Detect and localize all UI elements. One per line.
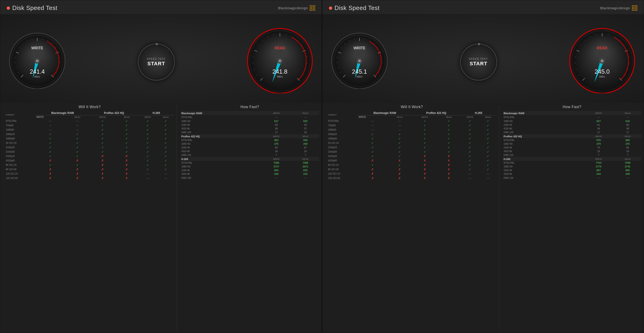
value-cell: — [36,128,65,132]
group-name: H.265 [180,157,261,161]
how-fast-row: NTSC/PAL—— [503,115,642,119]
value-cell: ✓ [480,136,497,141]
value-cell: ✓ [90,119,115,123]
sub-col-header-3: READ [115,115,138,119]
value-cell: ✗ [387,167,412,172]
how-fast-table: Blackmagic RAWWRITEREADNTSC/PAL——1080 HD… [503,111,642,180]
value-cell: ✓ [90,132,115,136]
format-cell: 6480 12K [180,176,261,180]
value-cell: ✓ [115,119,138,123]
value-cell: ✓ [358,163,387,167]
value-cell: ✗ [412,172,438,176]
value-cell: ✗ [90,154,115,158]
write-value: 38 [584,127,614,130]
value-cell: ✗ [115,172,138,176]
value-cell: ✗ [115,167,138,172]
value-cell: ✗ [90,172,115,176]
value-cell: ✓ [115,145,138,150]
how-fast-row: NTSC/PAL978965 [503,138,642,142]
value-cell: ✓ [460,128,480,132]
start-button[interactable]: SPEED TEST START [138,44,175,81]
value-cell: ✗ [65,167,90,172]
group-header-row: ProRes 422 HQWRITEREAD [180,134,319,138]
read-col-header: READ [292,111,319,115]
group-header-prores-422-hq: ProRes 422 HQ [412,111,460,115]
value-cell: ✗ [358,176,387,180]
brand-logo: Blackmagicdesign [600,5,637,11]
value-cell: ✓ [90,123,115,128]
value-cell: ✓ [480,123,497,128]
value-cell: ✓ [138,136,157,141]
write-value: 2779 [584,165,614,168]
value-cell: ✓ [480,154,497,158]
format-cell: 4320p25 [5,154,36,158]
value-cell: ✓ [387,141,412,145]
value-cell: ✓ [115,141,138,145]
read-col-header: READ [614,134,642,138]
value-cell: ✗ [412,176,438,180]
table-row: 1080i60——✓✓✓✓ [327,128,497,132]
panel-header: Disk Speed Test Blackmagicdesign [322,0,644,15]
value-cell: ✓ [387,136,412,141]
value-cell: ✓ [480,119,497,123]
value-cell: ✓ [36,136,65,141]
how-fast-row: 4320 8K3837 [180,127,319,130]
read-value: 59 [292,123,319,127]
value-cell: ✓ [138,141,157,145]
how-fast-row: 4320 8K1616 [503,149,642,153]
how-fast-row: 1080 HD27792741 [503,165,642,168]
start-button[interactable]: SPEED TEST START [460,44,497,81]
value-cell: ✓ [460,141,480,145]
brand-square-2 [635,5,637,8]
value-cell: ✓ [138,128,157,132]
value-cell: ✓ [412,119,438,123]
value-cell: — [460,172,480,176]
value-cell: ✓ [157,123,174,128]
format-cell: 12K DCI 24 [5,172,36,176]
group-header-blackmagic-raw: Blackmagic RAW [358,111,412,115]
format-cell: 1080 HD [503,119,584,123]
how-fast-title: How Fast? [180,105,319,109]
value-cell: ✗ [358,172,387,176]
table-row: 4320p60✗✗✗✗✓✓ [327,158,497,163]
value-cell: ✓ [460,119,480,123]
brand-squares [310,5,315,11]
value-cell: ✓ [358,150,387,154]
value-cell: ✓ [65,132,90,136]
value-cell: ✓ [480,158,497,163]
value-cell: ✗ [412,158,438,163]
value-cell: ✓ [480,132,497,136]
value-cell: ✓ [157,119,174,123]
read-value: 67 [292,146,319,149]
format-cell: 4320 8K [503,149,584,153]
value-cell: ✓ [460,167,480,172]
value-cell: ✓ [412,136,438,141]
write-gauge [330,29,390,89]
write-value: 2737 [261,165,292,168]
value-cell: ✓ [138,167,157,172]
close-button[interactable] [7,7,10,10]
write-value: 7588 [261,161,292,165]
format-cell: 1080p60 [327,136,358,141]
value-cell: ✓ [36,145,65,150]
group-header-blackmagic-raw: Blackmagic RAW [36,111,90,115]
value-cell: ✓ [36,132,65,136]
value-cell: ✓ [480,167,497,172]
read-value: 37 [292,127,319,130]
value-cell: ✓ [438,141,460,145]
read-value: 276 [614,142,642,146]
format-cell: 4320p25 [327,154,358,158]
write-value: 854 [261,168,292,172]
read-value: 7 [614,153,642,157]
value-cell: ✓ [438,128,460,132]
write-value: 16 [584,149,614,153]
value-cell: ✓ [412,141,438,145]
close-button[interactable] [329,7,332,10]
value-cell: — [480,176,497,180]
value-cell: ✗ [438,154,460,158]
value-cell: ✓ [358,154,387,158]
value-cell: ✓ [480,150,497,154]
value-cell: ✓ [157,132,174,136]
write-value: 275 [261,142,292,146]
panel-header: Disk Speed Test Blackmagicdesign [0,0,322,15]
